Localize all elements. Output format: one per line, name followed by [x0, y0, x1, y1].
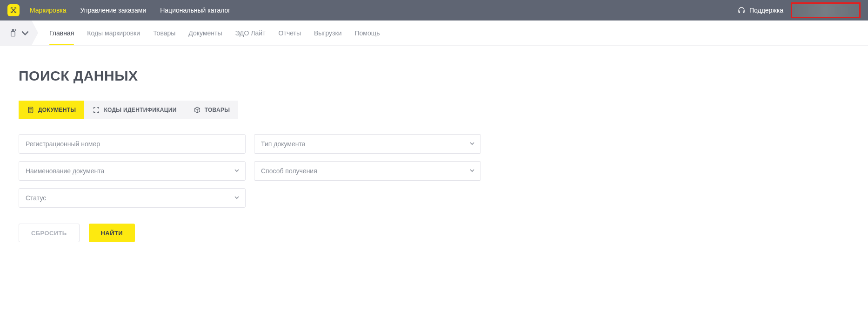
form-actions: СБРОСИТЬ НАЙТИ — [19, 224, 849, 242]
filter-tab-documents-label: ДОКУМЕНТЫ — [38, 107, 76, 113]
registration-number-input[interactable] — [26, 140, 239, 148]
page-title: ПОИСК ДАННЫХ — [19, 68, 849, 84]
svg-point-0 — [15, 29, 16, 30]
tab-marking-codes[interactable]: Коды маркировки — [87, 20, 140, 45]
chevron-down-icon — [20, 28, 30, 38]
top-nav-marking[interactable]: Маркировка — [30, 7, 67, 14]
doc-name-field[interactable]: Наименование документа — [19, 161, 246, 181]
support-link[interactable]: Поддержка — [737, 6, 783, 14]
tab-reports[interactable]: Отчеты — [279, 20, 301, 45]
perfume-bottle-icon — [8, 28, 18, 38]
top-nav-orders[interactable]: Управление заказами — [80, 7, 147, 14]
support-label: Поддержка — [749, 7, 783, 14]
search-button[interactable]: НАЙТИ — [89, 224, 135, 242]
document-icon — [27, 106, 34, 114]
top-nav: Маркировка Управление заказами Националь… — [30, 7, 230, 14]
sub-tabs: Главная Коды маркировки Товары Документы… — [38, 20, 380, 45]
box-icon — [194, 106, 201, 114]
tab-edo-lite[interactable]: ЭДО Лайт — [235, 20, 266, 45]
registration-number-field[interactable] — [19, 134, 246, 154]
app-logo[interactable] — [7, 4, 20, 16]
sub-header: Главная Коды маркировки Товары Документы… — [0, 20, 868, 46]
top-header: Маркировка Управление заказами Националь… — [0, 0, 868, 20]
tab-documents[interactable]: Документы — [188, 20, 222, 45]
scan-icon — [93, 106, 100, 114]
tab-main[interactable]: Главная — [49, 20, 74, 45]
filter-tabs: ДОКУМЕНТЫ КОДЫ ИДЕНТИФИКАЦИИ ТОВАРЫ — [19, 101, 849, 119]
tab-help[interactable]: Помощь — [354, 20, 380, 45]
filter-tab-id-codes-label: КОДЫ ИДЕНТИФИКАЦИИ — [104, 107, 176, 113]
status-placeholder: Статус — [26, 194, 239, 202]
receive-method-placeholder: Способ получения — [261, 167, 474, 175]
receive-method-field[interactable]: Способ получения — [254, 161, 481, 181]
category-selector[interactable] — [0, 20, 38, 45]
reset-button[interactable]: СБРОСИТЬ — [19, 224, 80, 242]
doc-type-field[interactable]: Тип документа — [254, 134, 481, 154]
search-form: Тип документа Наименование документа Спо… — [19, 134, 849, 208]
doc-name-placeholder: Наименование документа — [26, 167, 239, 175]
main-content: ПОИСК ДАННЫХ ДОКУМЕНТЫ КОДЫ ИДЕНТИФИКАЦИ… — [0, 46, 868, 261]
filter-tab-goods-label: ТОВАРЫ — [205, 107, 230, 113]
headset-icon — [737, 6, 746, 14]
filter-tab-documents[interactable]: ДОКУМЕНТЫ — [19, 101, 84, 119]
doc-type-placeholder: Тип документа — [261, 140, 474, 148]
tab-exports[interactable]: Выгрузки — [314, 20, 342, 45]
status-field[interactable]: Статус — [19, 188, 246, 208]
logo-icon — [10, 7, 17, 14]
tab-goods[interactable]: Товары — [153, 20, 175, 45]
top-nav-catalog[interactable]: Национальный каталог — [160, 7, 230, 14]
user-account-redacted[interactable] — [791, 2, 861, 18]
filter-tab-goods[interactable]: ТОВАРЫ — [185, 101, 239, 119]
filter-tab-id-codes[interactable]: КОДЫ ИДЕНТИФИКАЦИИ — [84, 101, 185, 119]
